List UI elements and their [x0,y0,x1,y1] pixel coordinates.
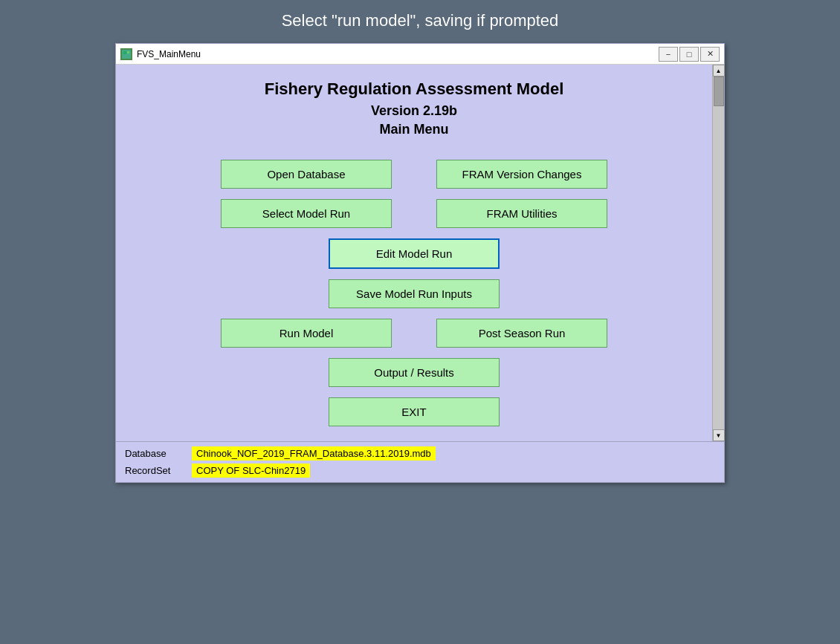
title-bar-left: FVS_MainMenu [120,48,201,60]
instruction-text: Select "run model", saving if prompted [0,7,840,34]
svg-rect-2 [127,51,129,53]
select-model-run-button[interactable]: Select Model Run [221,199,392,228]
save-model-run-inputs-button[interactable]: Save Model Run Inputs [329,279,500,308]
recordset-row: RecordSet COPY OF SLC-Chin2719 [125,464,715,478]
title-bar: FVS_MainMenu − □ ✕ [116,44,724,65]
button-row-4: Save Model Run Inputs [146,279,682,308]
button-row-3: Edit Model Run [146,238,682,269]
scroll-track [713,77,724,429]
svg-rect-1 [123,51,126,54]
maximize-button[interactable]: □ [679,47,699,62]
button-row-6: Output / Results [146,358,682,387]
button-row-7: EXIT [146,397,682,426]
exit-button[interactable]: EXIT [329,397,500,426]
content-area: Fishery Regulation Assessment Model Vers… [116,65,724,441]
button-row-1: Open Database FRAM Version Changes [146,160,682,189]
database-row: Database Chinook_NOF_2019_FRAM_Database.… [125,446,715,461]
button-row-2: Select Model Run FRAM Utilities [146,199,682,228]
app-version: Version 2.19b [371,103,457,119]
database-value: Chinook_NOF_2019_FRAM_Database.3.11.2019… [192,446,436,461]
button-row-5: Run Model Post Season Run [146,319,682,348]
window-title: FVS_MainMenu [137,49,201,59]
main-content: Fishery Regulation Assessment Model Vers… [116,65,712,441]
edit-model-run-button[interactable]: Edit Model Run [329,238,500,269]
scroll-down-arrow[interactable]: ▼ [713,429,725,441]
database-label: Database [125,448,184,459]
fram-utilities-button[interactable]: FRAM Utilities [436,199,607,228]
minimize-button[interactable]: − [659,47,678,62]
scroll-thumb[interactable] [714,77,724,106]
scrollbar[interactable]: ▲ ▼ [712,65,724,441]
fram-version-changes-button[interactable]: FRAM Version Changes [436,160,607,189]
app-menu-label: Main Menu [380,122,449,137]
status-bar: Database Chinook_NOF_2019_FRAM_Database.… [116,441,724,482]
open-database-button[interactable]: Open Database [221,160,392,189]
scroll-up-arrow[interactable]: ▲ [713,65,725,77]
buttons-grid: Open Database FRAM Version Changes Selec… [146,160,682,426]
recordset-label: RecordSet [125,465,184,476]
run-model-button[interactable]: Run Model [221,319,392,348]
post-season-run-button[interactable]: Post Season Run [436,319,607,348]
window-icon [120,48,132,60]
close-button[interactable]: ✕ [700,47,720,62]
app-title: Fishery Regulation Assessment Model [265,79,564,99]
main-window: FVS_MainMenu − □ ✕ Fishery Regulation As… [115,43,725,483]
output-results-button[interactable]: Output / Results [329,358,500,387]
recordset-value: COPY OF SLC-Chin2719 [192,464,310,478]
title-bar-buttons: − □ ✕ [659,47,720,62]
